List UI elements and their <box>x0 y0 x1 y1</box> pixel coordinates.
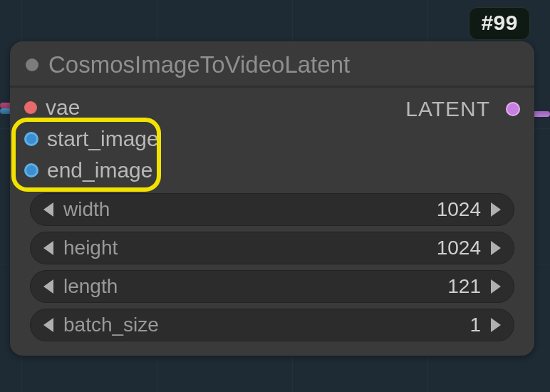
port-label: vae <box>46 96 80 120</box>
widget-value[interactable]: 1 <box>469 314 481 336</box>
node-widgets: width 1024 height 1024 length 121 batch_… <box>10 185 534 341</box>
widget-value[interactable]: 1024 <box>437 237 481 259</box>
node-header[interactable]: CosmosImageToVideoLatent <box>10 41 534 88</box>
collapse-dot-icon[interactable] <box>26 58 38 71</box>
widget-value[interactable]: 1024 <box>437 198 481 221</box>
node-id-badge: #99 <box>469 7 530 40</box>
decrement-icon[interactable] <box>43 279 53 294</box>
input-port-end-image[interactable]: end_image <box>19 156 165 185</box>
increment-icon[interactable] <box>491 202 501 217</box>
socket-icon[interactable] <box>24 163 38 177</box>
widget-label: width <box>63 198 110 221</box>
output-ports: LATENT <box>400 93 526 123</box>
input-port-start-image[interactable]: start_image <box>19 125 165 153</box>
widget-label: height <box>63 237 118 259</box>
port-label: LATENT <box>405 97 490 121</box>
widget-value[interactable]: 121 <box>447 275 481 298</box>
input-port-vae[interactable]: vae <box>19 93 165 122</box>
output-port-latent[interactable]: LATENT <box>400 95 526 123</box>
widget-label: batch_size <box>63 314 159 336</box>
node-cosmos-image-to-video-latent[interactable]: CosmosImageToVideoLatent vae start_image… <box>10 41 534 356</box>
widget-width[interactable]: width 1024 <box>30 193 514 226</box>
node-title: CosmosImageToVideoLatent <box>48 51 350 78</box>
widget-height[interactable]: height 1024 <box>30 232 514 264</box>
increment-icon[interactable] <box>491 318 501 332</box>
widget-length[interactable]: length 121 <box>30 270 514 303</box>
decrement-icon[interactable] <box>43 318 53 332</box>
decrement-icon[interactable] <box>43 202 53 217</box>
decrement-icon[interactable] <box>43 241 53 255</box>
port-label: start_image <box>47 127 159 151</box>
increment-icon[interactable] <box>491 279 501 294</box>
socket-icon[interactable] <box>24 132 38 146</box>
port-label: end_image <box>47 158 152 182</box>
widget-label: length <box>63 275 118 298</box>
widget-batch-size[interactable]: batch_size 1 <box>30 309 514 341</box>
increment-icon[interactable] <box>491 241 501 255</box>
input-ports: vae start_image end_image <box>19 93 165 185</box>
socket-icon[interactable] <box>506 102 520 116</box>
socket-icon[interactable] <box>24 101 37 114</box>
ports-row: vae start_image end_image LATENT <box>10 88 534 185</box>
